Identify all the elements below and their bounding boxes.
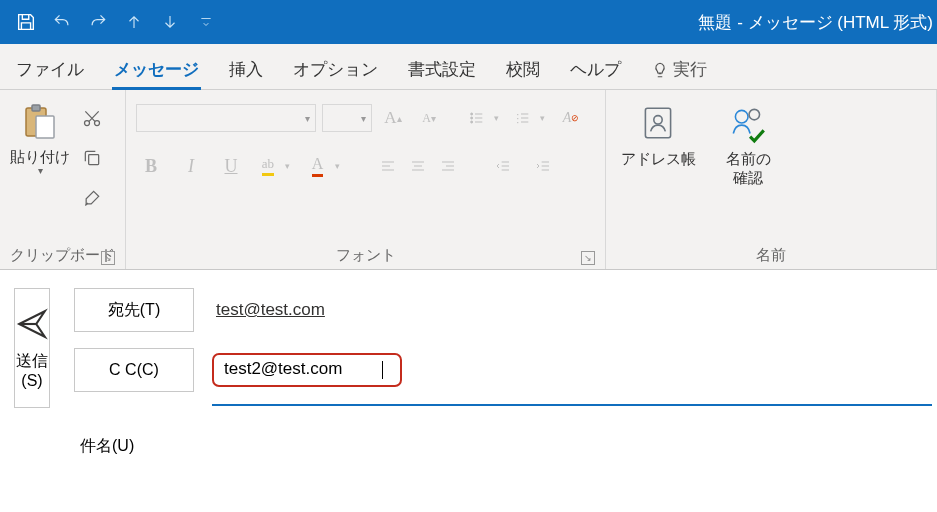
tab-tell-me[interactable]: 実行 (649, 48, 709, 89)
group-names: アドレス帳 名前の 確認 名前 (606, 90, 937, 269)
grow-font-button[interactable]: A▴ (378, 104, 408, 132)
cc-focus-underline (212, 404, 932, 406)
bullets-button[interactable]: ▾ (464, 104, 504, 132)
svg-point-4 (95, 121, 100, 126)
check-names-label-1: 名前の (726, 150, 771, 169)
tab-message[interactable]: メッセージ (112, 48, 201, 89)
align-left-icon (380, 158, 396, 174)
scissors-icon (82, 108, 102, 128)
tab-file[interactable]: ファイル (14, 48, 86, 89)
tab-options[interactable]: オプション (291, 48, 380, 89)
svg-point-10 (654, 116, 662, 124)
title-bar: 無題 - メッセージ (HTML 形式) (0, 0, 937, 44)
svg-point-11 (735, 110, 748, 123)
outdent-icon (495, 158, 511, 174)
redo-icon[interactable] (84, 8, 112, 36)
svg-rect-2 (36, 116, 54, 138)
clipboard-icon (20, 102, 60, 142)
svg-point-7 (470, 117, 472, 119)
group-clipboard: 貼り付け ▾ クリップボード ↘ (0, 90, 126, 269)
tab-help[interactable]: ヘルプ (568, 48, 623, 89)
chevron-down-icon: ▾ (38, 165, 43, 176)
cut-button[interactable] (78, 104, 106, 132)
dialog-launcher-icon[interactable]: ↘ (581, 251, 595, 265)
tab-tell-me-label: 実行 (673, 58, 707, 81)
bullets-icon (469, 110, 485, 126)
group-label-clipboard: クリップボード ↘ (10, 244, 115, 267)
decrease-indent-button[interactable] (488, 152, 518, 180)
send-label-2: (S) (16, 372, 48, 390)
to-button[interactable]: 宛先(T) (74, 288, 194, 332)
svg-point-12 (749, 109, 760, 120)
increase-indent-button[interactable] (528, 152, 558, 180)
tab-insert[interactable]: 挿入 (227, 48, 265, 89)
group-font: ▾ ▾ A▴ A▾ ▾ ▾ A⊘ (126, 90, 606, 269)
chevron-down-icon: ▾ (355, 113, 371, 124)
customize-qat-icon[interactable] (192, 8, 220, 36)
underline-button[interactable]: U (216, 152, 246, 180)
font-name-combo[interactable]: ▾ (136, 104, 316, 132)
to-recipient[interactable]: test@test.com (212, 298, 329, 322)
group-label-font: フォント ↘ (136, 244, 595, 267)
check-names-button[interactable]: 名前の 確認 (706, 96, 790, 188)
svg-point-8 (470, 121, 472, 123)
highlight-button[interactable]: ab▾ (256, 152, 296, 180)
align-center-button[interactable] (402, 152, 432, 180)
indent-icon (535, 158, 551, 174)
align-center-icon (410, 158, 426, 174)
paintbrush-icon (82, 188, 102, 208)
undo-icon[interactable] (48, 8, 76, 36)
bold-button[interactable]: B (136, 152, 166, 180)
send-label-1: 送信 (16, 351, 48, 372)
svg-point-3 (85, 121, 90, 126)
copy-icon (82, 148, 102, 168)
ribbon: 貼り付け ▾ クリップボード ↘ (0, 90, 937, 270)
svg-rect-1 (32, 105, 40, 111)
address-book-button[interactable]: アドレス帳 (616, 96, 700, 169)
clear-formatting-button[interactable]: A⊘ (556, 104, 586, 132)
tab-review[interactable]: 校閲 (504, 48, 542, 89)
send-icon (15, 307, 49, 341)
compose-area: 送信 (S) 宛先(T) test@test.com C C(C) 件名(U) (0, 270, 937, 502)
svg-point-6 (470, 113, 472, 115)
svg-rect-9 (645, 108, 670, 137)
dialog-launcher-icon[interactable]: ↘ (101, 251, 115, 265)
svg-rect-5 (89, 155, 99, 165)
align-right-icon (440, 158, 456, 174)
font-size-combo[interactable]: ▾ (322, 104, 372, 132)
copy-button[interactable] (78, 144, 106, 172)
address-book-icon (637, 102, 679, 144)
lightbulb-icon (651, 61, 669, 79)
font-color-button[interactable]: A▾ (306, 152, 346, 180)
send-button[interactable]: 送信 (S) (14, 288, 50, 408)
window-title: 無題 - メッセージ (HTML 形式) (698, 11, 933, 34)
numbering-icon (515, 110, 531, 126)
chevron-down-icon: ▾ (299, 113, 315, 124)
format-painter-button[interactable] (78, 184, 106, 212)
up-arrow-icon[interactable] (120, 8, 148, 36)
paste-button[interactable]: 貼り付け ▾ (10, 96, 70, 176)
cc-highlight-box (212, 353, 402, 387)
subject-label: 件名(U) (74, 424, 194, 468)
check-names-icon (727, 102, 769, 144)
tab-format[interactable]: 書式設定 (406, 48, 478, 89)
text-caret (382, 361, 383, 379)
ribbon-tabs: ファイル メッセージ 挿入 オプション 書式設定 校閲 ヘルプ 実行 (0, 44, 937, 90)
check-names-label-2: 確認 (733, 169, 763, 188)
save-icon[interactable] (12, 8, 40, 36)
shrink-font-button[interactable]: A▾ (414, 104, 444, 132)
quick-access-toolbar (4, 8, 220, 36)
cc-input[interactable] (224, 359, 384, 379)
align-right-button[interactable] (432, 152, 462, 180)
numbering-button[interactable]: ▾ (510, 104, 550, 132)
cc-button[interactable]: C C(C) (74, 348, 194, 392)
down-arrow-icon[interactable] (156, 8, 184, 36)
address-book-label: アドレス帳 (621, 150, 696, 169)
align-left-button[interactable] (372, 152, 402, 180)
group-label-names: 名前 (616, 244, 926, 267)
italic-button[interactable]: I (176, 152, 206, 180)
